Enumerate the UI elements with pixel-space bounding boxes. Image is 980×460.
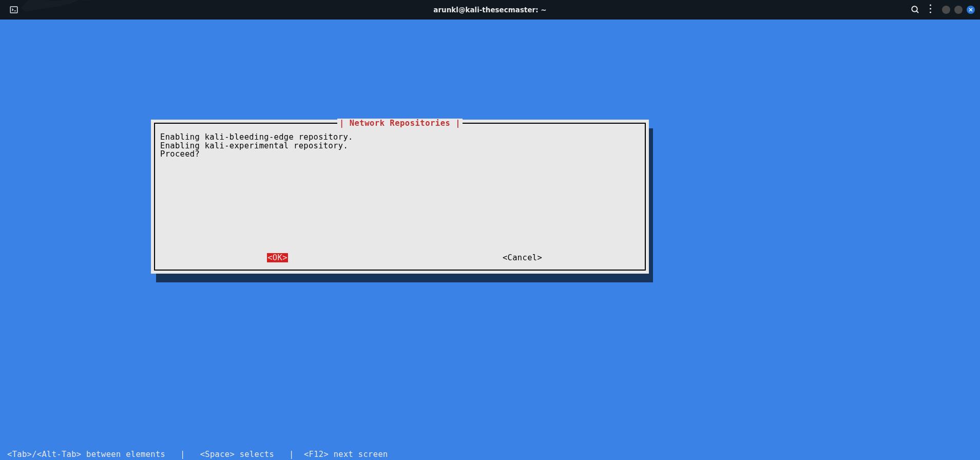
terminal-icon	[9, 5, 18, 14]
footer-hints: <Tab>/<Alt-Tab> between elements | <Spac…	[7, 450, 388, 459]
window-title: arunkl@kali-thesecmaster: ~	[433, 6, 546, 14]
close-button[interactable]	[967, 6, 975, 14]
dialog-line-1: Enabling kali-bleeding-edge repository.	[160, 132, 353, 142]
window-titlebar: arunkl@kali-thesecmaster: ~	[0, 0, 980, 20]
dialog-buttons: <OK> <Cancel>	[155, 253, 645, 262]
svg-point-5	[930, 11, 931, 13]
cancel-section: <Cancel>	[400, 253, 645, 262]
menu-icon[interactable]	[929, 4, 932, 15]
kali-dragon-logo	[15, 0, 108, 22]
dialog-line-3: Proceed?	[160, 149, 200, 159]
ok-section: <OK>	[155, 253, 400, 262]
svg-point-3	[930, 4, 931, 6]
dialog-box: | Network Repositories | Enabling kali-b…	[151, 120, 649, 274]
svg-point-1	[912, 6, 917, 12]
svg-rect-0	[10, 7, 17, 13]
dialog-title: | Network Repositories |	[337, 119, 463, 128]
search-icon[interactable]	[911, 5, 920, 14]
cancel-button[interactable]: <Cancel>	[502, 253, 543, 262]
titlebar-actions	[911, 4, 975, 15]
svg-point-4	[930, 8, 931, 9]
dialog-line-2: Enabling kali-experimental repository.	[160, 141, 348, 150]
svg-line-2	[916, 11, 918, 13]
ok-button[interactable]: <OK>	[267, 253, 288, 262]
dialog-frame: | Network Repositories | Enabling kali-b…	[154, 123, 646, 271]
dialog-content: Enabling kali-bleeding-edge repository. …	[155, 124, 645, 164]
maximize-button[interactable]	[954, 6, 963, 14]
terminal-area: | Network Repositories | Enabling kali-b…	[0, 20, 980, 460]
minimize-button[interactable]	[942, 6, 950, 14]
